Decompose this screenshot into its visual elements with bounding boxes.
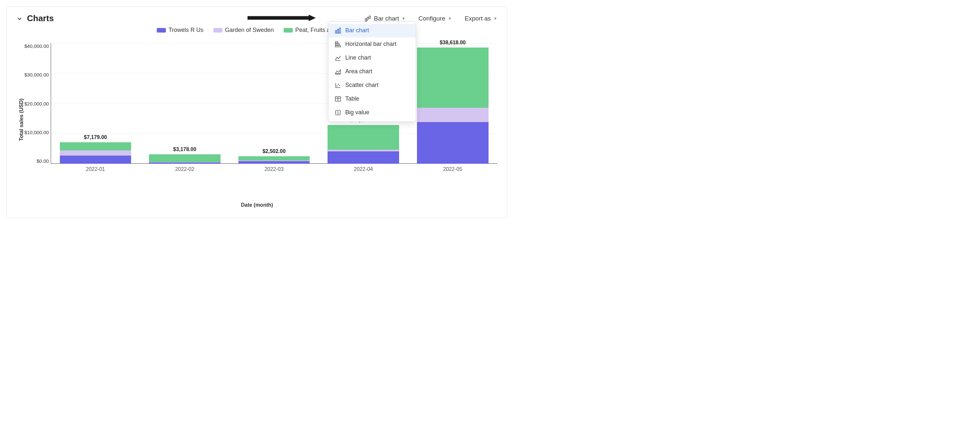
legend-label: Trowels R Us (169, 27, 203, 33)
panel-title: Charts (27, 13, 54, 24)
bar-segment[interactable] (149, 154, 221, 163)
export-button[interactable]: Export as ▼ (465, 15, 497, 22)
header-left: Charts (17, 13, 54, 24)
svg-rect-6 (335, 41, 338, 43)
x-axis-label: Date (month) (17, 202, 497, 208)
bar-segment[interactable] (417, 122, 488, 164)
legend-item[interactable]: Garden of Sweden (213, 27, 274, 33)
dropdown-item-label: Area chart (345, 68, 372, 75)
y-axis-ticks: $40,000.00 $30,000.00 $20,000.00 $10,000… (24, 43, 51, 164)
bar-segment[interactable] (60, 142, 131, 151)
header-right: Bar chart ▼ Bar chart Horizontal bar cha… (364, 15, 497, 22)
dropdown-item-big-value[interactable]: 1 Big value (329, 106, 416, 120)
dropdown-item-table[interactable]: Table (329, 92, 416, 106)
y-tick: $0.00 (37, 158, 49, 164)
scatter-chart-icon (334, 82, 342, 89)
svg-rect-5 (339, 28, 340, 33)
bar-group[interactable]: $2,502.00 (239, 156, 310, 164)
chart-type-label: Bar chart (374, 15, 399, 22)
bar-segment[interactable] (60, 156, 131, 164)
dropdown-item-line-chart[interactable]: Line chart (329, 51, 416, 65)
bar-chart-icon (334, 27, 342, 34)
configure-label: Configure (418, 15, 445, 22)
svg-rect-8 (335, 46, 340, 47)
bar-total-label: $3,178.00 (149, 147, 221, 152)
chart-legend: Trowels R Us Garden of Sweden Peat, Frui… (17, 27, 497, 33)
bar-group[interactable]: $38,618.00 (417, 48, 488, 164)
dropdown-item-label: Scatter chart (345, 82, 379, 89)
legend-item[interactable]: Trowels R Us (157, 27, 203, 33)
svg-rect-0 (365, 19, 367, 21)
x-tick: 2022-05 (443, 166, 462, 172)
dropdown-item-area-chart[interactable]: Area chart (329, 65, 416, 78)
bar-total-label: $7,179.00 (60, 134, 131, 140)
svg-rect-3 (335, 30, 337, 33)
area-chart-icon (334, 68, 342, 75)
collapse-chevron-icon[interactable] (17, 16, 22, 21)
bar-segment[interactable] (149, 163, 221, 164)
bar-segment[interactable] (417, 48, 488, 108)
chart-type-dropdown: Bar chart Horizontal bar chart Line char… (328, 21, 416, 122)
y-tick: $20,000.00 (24, 101, 49, 107)
x-tick: 2022-03 (264, 166, 284, 172)
svg-point-14 (337, 84, 339, 84)
caret-down-icon: ▼ (448, 16, 452, 21)
x-tick: 2022-04 (354, 166, 373, 172)
x-tick: 2022-01 (86, 166, 105, 172)
bar-segment[interactable] (328, 125, 399, 150)
charts-panel: Charts Bar chart ▼ Bar chart (6, 6, 508, 218)
dropdown-item-label: Big value (345, 109, 369, 116)
bar-segment[interactable] (239, 156, 310, 161)
dropdown-item-label: Bar chart (345, 27, 369, 34)
y-axis-label: Total sales (USD) (17, 43, 24, 180)
bar-segment[interactable] (417, 108, 488, 122)
legend-label: Garden of Sweden (225, 27, 274, 33)
bar-group[interactable]: $7,179.00 (60, 142, 131, 164)
legend-swatch (157, 28, 166, 33)
horizontal-bar-chart-icon (334, 41, 342, 48)
legend-swatch (284, 28, 293, 33)
bar-total-label: $2,502.00 (239, 148, 310, 154)
line-chart-icon (334, 54, 342, 62)
dropdown-item-label: Horizontal bar chart (345, 41, 396, 48)
plot-area: $7,179.00$3,178.00$2,502.00$12,874.00$38… (51, 43, 497, 180)
svg-rect-7 (335, 44, 339, 45)
dropdown-item-scatter-chart[interactable]: Scatter chart (329, 78, 416, 92)
bar-group[interactable]: $3,178.00 (149, 154, 221, 164)
bar-segment[interactable] (328, 151, 399, 164)
svg-text:1: 1 (337, 111, 339, 115)
export-label: Export as (465, 15, 491, 22)
panel-header: Charts Bar chart ▼ Bar chart (17, 13, 497, 24)
bar-container: $7,179.00$3,178.00$2,502.00$12,874.00$38… (51, 43, 497, 164)
dropdown-item-horizontal-bar[interactable]: Horizontal bar chart (329, 37, 416, 51)
svg-point-13 (336, 85, 337, 86)
x-tick: 2022-02 (175, 166, 194, 172)
configure-button[interactable]: Configure ▼ (418, 15, 452, 22)
svg-rect-4 (337, 29, 339, 33)
caret-down-icon: ▼ (402, 16, 406, 21)
dropdown-item-label: Line chart (345, 54, 371, 61)
dropdown-item-label: Table (345, 96, 360, 102)
bar-segment[interactable] (239, 161, 310, 164)
caret-down-icon: ▼ (493, 16, 497, 21)
legend-swatch (213, 28, 223, 33)
bar-group[interactable]: $12,874.00 (328, 125, 399, 164)
big-value-icon: 1 (334, 109, 342, 116)
y-tick: $40,000.00 (24, 43, 49, 49)
x-axis-ticks: 2022-012022-022022-032022-042022-05 (51, 166, 497, 172)
dropdown-item-bar-chart[interactable]: Bar chart (329, 24, 416, 37)
table-icon (334, 96, 342, 102)
chart-type-selector[interactable]: Bar chart ▼ Bar chart Horizontal bar cha… (364, 15, 406, 22)
y-tick: $10,000.00 (24, 129, 49, 135)
y-tick: $30,000.00 (24, 72, 49, 78)
bar-segment[interactable] (60, 150, 131, 156)
bar-total-label: $38,618.00 (417, 40, 488, 46)
svg-point-15 (339, 84, 340, 86)
chart-area: Total sales (USD) $40,000.00 $30,000.00 … (17, 43, 497, 180)
